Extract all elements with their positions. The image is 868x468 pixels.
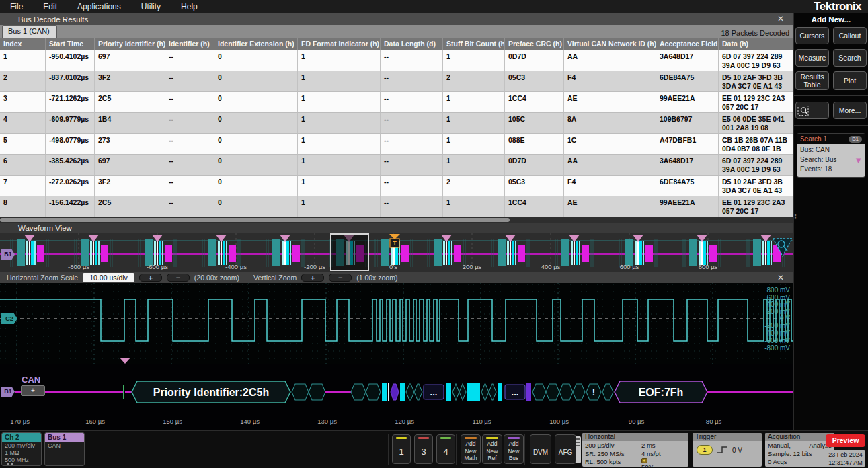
h-zoom-in-button[interactable]: + — [139, 274, 162, 282]
table-row[interactable]: 7-272.0262µs3F2--01--205C3F46DE84A75D5 1… — [0, 176, 793, 196]
expand-triangle-icon[interactable]: ▼ — [854, 155, 863, 167]
search-button[interactable]: Search — [833, 49, 867, 67]
more-button[interactable]: More... — [833, 102, 867, 119]
dvm-button[interactable]: DVM — [530, 434, 551, 464]
datetime-display: 23 Feb 2024 12:31:47 AM — [826, 450, 865, 467]
bus-time-label: -130 µs — [315, 418, 337, 425]
h-zoom-scale-input[interactable]: 10.00 us/div — [83, 273, 134, 282]
table-cell: -272.0262µs — [46, 176, 95, 196]
preview-button[interactable]: Preview — [826, 434, 865, 447]
overview-time-label: 400 µs — [541, 263, 561, 270]
search-badge-line: Search: Bus — [800, 155, 862, 165]
results-table-body: 1-950.4102µs697--01--10D7DAA3A648D176D 0… — [0, 50, 793, 217]
table-cell: 0 — [214, 71, 298, 92]
column-header[interactable]: Identifier Extension (h) — [214, 38, 298, 50]
waveform-overview[interactable]: T-800 µs-600 µs-400 µs-200 µs0's200 µs40… — [0, 233, 793, 272]
column-header[interactable]: Start Time — [46, 38, 95, 50]
column-header[interactable]: Priority Identifier (h) — [95, 38, 165, 50]
trigger-settings-panel[interactable]: Trigger 1 0 V — [693, 433, 762, 467]
results-table-button[interactable]: Results Table — [795, 71, 829, 90]
table-cell: -- — [165, 50, 214, 71]
table-row[interactable]: 8-156.1422µs2C5--01--11CC4AE99AEE21AEE 0… — [0, 196, 793, 217]
expand-plus-icon[interactable]: + — [21, 385, 45, 396]
bus-canvas[interactable]: Priority Identifier:2C5h......!EOF:7Fh-1… — [0, 364, 793, 429]
cursors-button[interactable]: Cursors — [795, 27, 829, 44]
table-row[interactable]: 6-385.4262µs697--01--10D7DAA3A648D176D 0… — [0, 155, 793, 176]
table-row[interactable]: 3-721.1262µs2C5--01--11CC4AE99AEE21AEE 0… — [0, 92, 793, 113]
tab-bus1-can[interactable]: Bus 1 (CAN) — [2, 25, 57, 38]
menu-applications[interactable]: Applications — [67, 2, 131, 11]
column-header[interactable]: Identifier (h) — [165, 38, 214, 50]
search-result-badge[interactable]: Search 1 B1 Bus: CAN Search: Bus Events:… — [797, 133, 865, 178]
zoom-view-close-icon[interactable]: ✕ — [777, 273, 784, 282]
menu-edit[interactable]: Edit — [33, 2, 67, 11]
channel-4-button[interactable]: 4 — [436, 434, 455, 464]
analog-waveform-plot[interactable]: 800 mV600 mV400 mV200 mV0 V-200 mV-400 m… — [0, 283, 793, 364]
table-cell: -837.0102µs — [46, 71, 95, 92]
bus-time-label: -80 µs — [704, 418, 722, 425]
acquisition-acqs: 0 Acqs — [768, 458, 832, 466]
table-row[interactable]: 2-837.0102µs3F2--01--205C3F46DE84A75D5 1… — [0, 71, 793, 92]
table-cell: -385.4262µs — [46, 155, 95, 176]
table-cell: 2 — [0, 71, 46, 92]
table-cell: 99AEE21A — [656, 196, 719, 217]
table-horizontal-scrollbar[interactable] — [0, 217, 793, 223]
right-panel: Add New... CursorsCalloutMeasureSearchRe… — [793, 13, 868, 430]
menu-file[interactable]: File — [0, 2, 33, 11]
zoom-controls-bar: Horizontal Zoom Scale 10.00 us/div + − (… — [0, 272, 793, 283]
rising-edge-icon — [717, 445, 728, 455]
bus-decode-track[interactable]: Priority Identifier:2C5h......!EOF:7Fh-1… — [0, 364, 793, 430]
ch2-setting: 500 MHz — [2, 456, 41, 466]
trigger-level-label: 0 V — [732, 446, 742, 454]
column-header[interactable]: Preface CRC (h) — [505, 38, 564, 50]
table-cell: 1 — [298, 196, 381, 217]
table-row[interactable]: 5-498.0779µs273--01--1088E1CA47DBFB1CB 1… — [0, 134, 793, 155]
decode-fill-bar — [382, 383, 387, 401]
column-header[interactable]: FD Format Indicator (h) — [298, 38, 381, 50]
decode-fill-bar — [467, 383, 480, 401]
plot-canvas[interactable]: 800 mV600 mV400 mV200 mV0 V-200 mV-400 m… — [0, 283, 793, 364]
horizontal-settings-panel[interactable]: Horizontal 200 µs/div2 msSR: 250 MS/s4 n… — [582, 433, 688, 467]
acquisition-settings-panel[interactable]: Acquisition Manual, Analyze Sample: 12 b… — [765, 433, 834, 467]
zoom-mode-button[interactable] — [795, 102, 829, 119]
overview-canvas[interactable]: T-800 µs-600 µs-400 µs-200 µs0's200 µs40… — [0, 233, 793, 272]
column-header[interactable]: Acceptance Field (h) — [656, 38, 719, 50]
decode-cell — [546, 384, 559, 400]
table-cell: 3F2 — [95, 176, 165, 196]
panel-drag-handle-icon[interactable]: ⁞⁞ — [794, 215, 798, 219]
table-cell: 1 — [298, 176, 381, 196]
column-header[interactable]: Index — [0, 38, 46, 50]
column-header[interactable]: Virtual CAN Network ID (h) — [564, 38, 656, 50]
v-zoom-in-button[interactable]: + — [301, 274, 324, 282]
scrollbar-thumb[interactable] — [0, 218, 510, 222]
column-header[interactable]: Data (h) — [719, 38, 793, 50]
table-row[interactable]: 4-609.9779µs1B4--01--1105C8A109B6797E5 0… — [0, 113, 793, 134]
add-new-bus-button[interactable]: AddNewBus — [504, 434, 524, 464]
menu-help[interactable]: Help — [171, 2, 208, 11]
horizontal-setting: SR: 250 MS/s — [585, 450, 641, 458]
add-new-ref-button[interactable]: AddNewRef — [482, 434, 502, 464]
decode-fill-bar — [498, 383, 502, 401]
h-zoom-out-button[interactable]: − — [167, 274, 190, 282]
channel-1-button[interactable]: 1 — [392, 434, 411, 464]
v-zoom-out-button[interactable]: − — [329, 274, 352, 282]
channel2-badge[interactable]: Ch 2 200 mV/div1 MΩ500 MHz — [1, 432, 42, 466]
add-new-math-button[interactable]: AddNewMath — [461, 434, 481, 464]
table-cell: 2 — [443, 176, 505, 196]
decode-cell — [559, 384, 573, 400]
column-header[interactable]: Data Length (d) — [381, 38, 443, 50]
table-cell: 1 — [0, 50, 46, 71]
table-row[interactable]: 1-950.4102µs697--01--10D7DAA3A648D176D 0… — [0, 50, 793, 71]
table-cell: -- — [381, 155, 443, 176]
afg-button[interactable]: AFG — [555, 434, 576, 464]
table-cell: 273 — [95, 134, 165, 155]
measure-button[interactable]: Measure — [795, 49, 829, 67]
close-icon[interactable]: ✕ — [777, 14, 784, 24]
v-zoom-factor-label: (1.00x zoom) — [356, 274, 397, 282]
plot-button[interactable]: Plot — [833, 71, 867, 90]
callout-button[interactable]: Callout — [833, 27, 867, 44]
column-header[interactable]: Stuff Bit Count (h) — [443, 38, 505, 50]
channel-3-button[interactable]: 3 — [414, 434, 433, 464]
bus1-badge[interactable]: Bus 1 CAN — [44, 432, 85, 466]
menu-utility[interactable]: Utility — [131, 2, 171, 11]
